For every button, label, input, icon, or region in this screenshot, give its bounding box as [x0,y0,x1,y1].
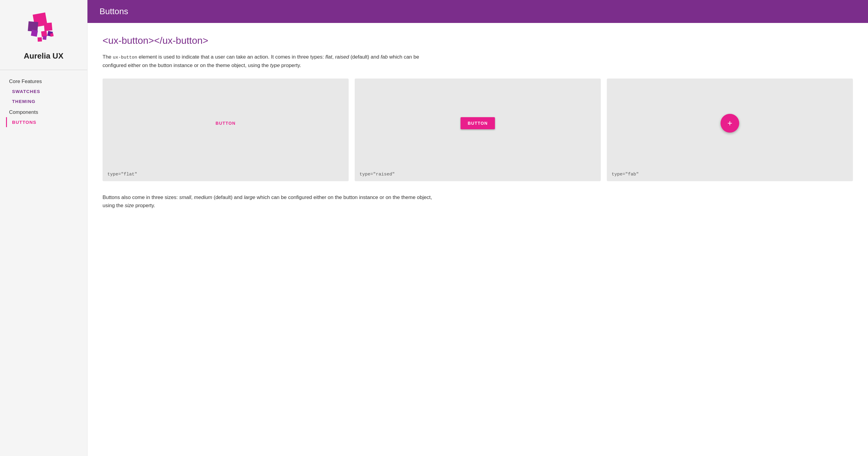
demo-box-raised: BUTTON type="raised" [355,79,601,181]
flat-type-label: type="flat" [102,168,349,181]
desc1-code: ux-button [113,55,137,60]
svg-rect-3 [31,30,38,36]
desc2-small: small [179,195,191,200]
desc1-suffix: property. [280,62,301,68]
fab-type-label: type="fab" [607,168,853,181]
description-1: The ux-button element is used to indicat… [102,53,434,69]
desc1-raised: raised [335,54,349,60]
content-area: <ux-button></ux-button> The ux-button el… [88,23,868,456]
desc2-large: large [244,195,255,200]
app-logo [24,9,63,48]
desc1-mid2: (default) and [349,54,381,60]
svg-rect-7 [42,36,46,40]
desc2-medium: medium [194,195,212,200]
app-name: Aurelia UX [24,51,64,61]
flat-button[interactable]: BUTTON [211,118,240,129]
main-content: Buttons <ux-button></ux-button> The ux-b… [88,0,868,456]
svg-rect-4 [41,31,47,37]
sidebar-divider [0,70,87,70]
desc2-mid1: (default) and [212,195,244,200]
desc2-suffix: property. [134,203,155,208]
demo-box-raised-inner: BUTTON [355,79,601,168]
logo-container: Aurelia UX [24,9,64,61]
sidebar-item-swatches[interactable]: SWATCHES [6,86,81,96]
nav-section-core-features: Core Features [6,76,81,86]
desc1-mid1: element is used to indicate that a user … [137,54,326,60]
desc1-prefix: The [102,54,113,60]
sidebar-item-buttons[interactable]: BUTTONS [6,117,81,127]
desc2-prefix: Buttons also come in three sizes: [102,195,179,200]
raised-type-label: type="raised" [355,168,601,181]
nav: Core Features SWATCHES THEMING Component… [0,76,87,127]
svg-rect-6 [37,37,42,42]
demo-box-fab-inner: + [607,79,853,168]
demo-box-fab: + type="fab" [607,79,853,181]
svg-rect-2 [44,23,52,31]
desc1-flat: flat [326,54,332,60]
demo-box-flat-inner: BUTTON [102,79,349,168]
demo-box-flat: BUTTON type="flat" [102,79,349,181]
desc1-comma1: , [332,54,335,60]
sidebar: Aurelia UX Core Features SWATCHES THEMIN… [0,0,88,456]
demo-container: BUTTON type="flat" BUTTON type="raised" … [102,79,853,181]
fab-button[interactable]: + [720,114,739,133]
desc2-comma1: , [191,195,194,200]
svg-rect-8 [50,33,54,37]
desc1-fab: fab [381,54,388,60]
page-title: Buttons [99,7,128,16]
raised-button[interactable]: BUTTON [461,117,495,129]
component-heading: <ux-button></ux-button> [102,35,853,46]
description-2: Buttons also come in three sizes: small,… [102,193,434,209]
page-header: Buttons [88,0,868,23]
sidebar-item-theming[interactable]: THEMING [6,96,81,106]
desc2-size: size [125,203,134,208]
nav-section-components: Components [6,106,81,117]
desc1-type: type [270,62,280,68]
